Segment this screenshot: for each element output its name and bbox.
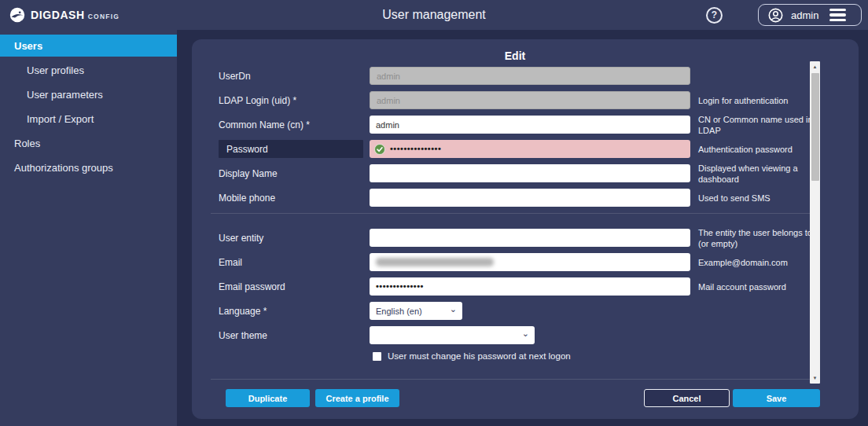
section-divider — [211, 213, 819, 214]
save-button[interactable]: Save — [733, 389, 820, 407]
check-circle-icon — [374, 144, 385, 155]
email-label: Email — [211, 253, 370, 271]
form-row-ldap-login: LDAP Login (uid) * Login for authenticat… — [211, 91, 819, 109]
action-bar: Duplicate Create a profile Cancel Save — [211, 389, 820, 407]
language-select[interactable]: English (en) ⌄ — [370, 302, 462, 320]
password-input[interactable]: ••••••••••••••• — [370, 140, 690, 158]
scrollbar-thumb[interactable] — [811, 73, 819, 181]
mobile-phone-label: Mobile phone — [211, 189, 370, 207]
ldap-login-input — [370, 91, 690, 109]
brand: DIGDASH CONFIG — [9, 7, 120, 23]
display-name-input[interactable] — [370, 164, 690, 182]
mobile-phone-input[interactable] — [370, 189, 690, 207]
email-help: Example@domain.com — [690, 257, 819, 268]
form-row-userdn: UserDn — [211, 67, 819, 85]
sidebar-item-authorizations-groups[interactable]: Authorizations groups — [0, 156, 177, 178]
userdn-label: UserDn — [211, 67, 370, 85]
common-name-input[interactable] — [370, 116, 690, 134]
form-row-email-password: Email password •••••••••••••• Mail accou… — [211, 277, 819, 296]
display-name-label: Display Name — [211, 164, 370, 182]
userdn-input — [370, 67, 690, 85]
cancel-button[interactable]: Cancel — [644, 389, 730, 407]
language-label: Language * — [211, 302, 370, 320]
duplicate-button[interactable]: Duplicate — [226, 389, 310, 407]
ldap-login-label: LDAP Login (uid) * — [211, 91, 370, 109]
triangle-down-icon[interactable]: ▼ — [810, 373, 820, 383]
triangle-up-icon[interactable]: ▲ — [810, 62, 820, 72]
email-redacted-value — [376, 258, 494, 266]
form-row-user-theme: User theme ⌄ — [211, 326, 819, 344]
email-password-value: •••••••••••••• — [376, 282, 424, 291]
user-theme-label: User theme — [211, 326, 370, 344]
edit-panel: Edit UserDn LDAP Login (uid) * Login for… — [192, 39, 859, 419]
form-scrollbar[interactable]: ▲ ▼ — [810, 61, 820, 384]
hamburger-menu-icon[interactable] — [829, 9, 846, 21]
form-row-mobile-phone: Mobile phone Used to send SMS — [211, 189, 819, 207]
brand-suffix: CONFIG — [88, 13, 120, 20]
user-icon — [768, 8, 783, 23]
sidebar-item-user-parameters[interactable]: User parameters — [0, 83, 177, 105]
user-name: admin — [791, 9, 818, 21]
mobile-phone-help: Used to send SMS — [690, 193, 819, 204]
user-menu-button[interactable]: admin — [758, 4, 862, 26]
sidebar: Users User profiles User parameters Impo… — [0, 30, 177, 426]
topbar: DIGDASH CONFIG User management ? admin — [0, 0, 868, 30]
digdash-logo-icon — [9, 7, 25, 23]
user-theme-select[interactable]: ⌄ — [370, 326, 535, 344]
email-password-label: Email password — [211, 277, 370, 296]
form-row-common-name: Common Name (cn) * CN or Common name use… — [211, 116, 819, 134]
user-entity-label: User entity — [211, 229, 370, 247]
sidebar-item-import-export[interactable]: Import / Export — [0, 108, 177, 130]
footer-divider — [211, 379, 819, 380]
common-name-label: Common Name (cn) * — [211, 116, 370, 134]
sidebar-item-user-profiles[interactable]: User profiles — [0, 59, 177, 81]
form-row-password: Password ••••••••••••••• Authentication … — [211, 140, 819, 158]
form-row-user-entity: User entity The entity the user belongs … — [211, 229, 819, 247]
brand-name: DIGDASH — [31, 9, 85, 21]
ldap-login-help: Login for authentication — [690, 95, 819, 106]
chevron-down-icon: ⌄ — [450, 304, 457, 314]
password-value: ••••••••••••••• — [390, 145, 441, 153]
display-name-help: Displayed when viewing a dashboard — [690, 163, 819, 185]
password-label: Password — [219, 140, 363, 158]
chevron-down-icon: ⌄ — [522, 329, 529, 339]
user-entity-input[interactable] — [370, 229, 690, 247]
form-row-language: Language * English (en) ⌄ — [211, 302, 819, 320]
email-password-help: Mail account password — [690, 281, 819, 292]
common-name-help: CN or Common name used in LDAP — [690, 114, 819, 136]
sidebar-item-roles[interactable]: Roles — [0, 132, 177, 154]
help-icon[interactable]: ? — [706, 7, 723, 24]
form-row-email: Email Example@domain.com — [211, 253, 819, 271]
change-password-checkbox[interactable] — [373, 352, 381, 361]
sidebar-item-users[interactable]: Users — [0, 35, 177, 57]
create-profile-button[interactable]: Create a profile — [315, 389, 399, 407]
password-help: Authentication password — [690, 144, 819, 155]
language-selected-value: English (en) — [376, 307, 422, 316]
user-entity-help: The entity the user belongs to (or empty… — [690, 227, 819, 249]
main-area: Edit UserDn LDAP Login (uid) * Login for… — [177, 30, 868, 426]
panel-heading: Edit — [211, 50, 819, 64]
form-row-display-name: Display Name Displayed when viewing a da… — [211, 164, 819, 182]
change-password-row: User must change his password at next lo… — [373, 351, 819, 362]
change-password-label: User must change his password at next lo… — [388, 351, 571, 361]
email-password-input[interactable]: •••••••••••••• — [370, 277, 690, 296]
